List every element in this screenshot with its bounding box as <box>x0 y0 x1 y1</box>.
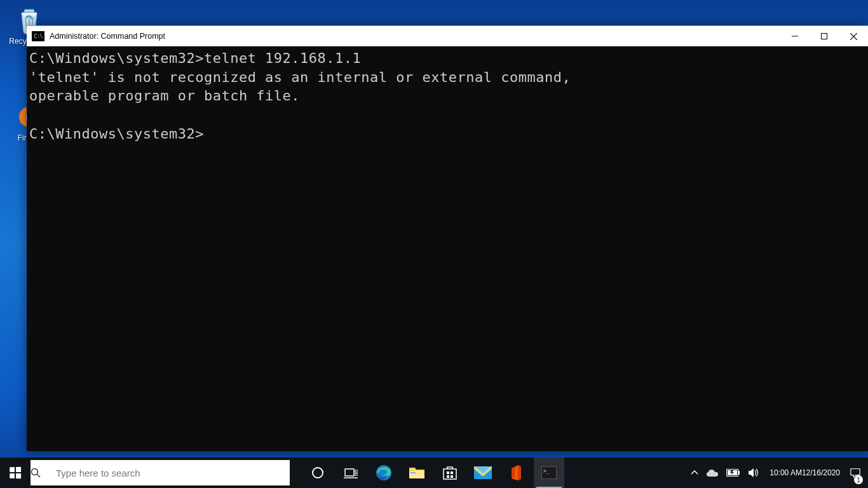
window-title: Administrator: Command Prompt <box>50 32 780 41</box>
taskbar-app-office[interactable] <box>501 458 531 488</box>
taskbar-app-cmd[interactable]: >_ <box>534 458 564 488</box>
cortana-icon <box>311 466 324 479</box>
system-tray: 10:00 AM 12/16/2020 1 <box>687 458 868 488</box>
minimize-button[interactable] <box>780 26 810 46</box>
tray-overflow-button[interactable] <box>687 458 702 488</box>
terminal-line: 'telnet' is not recognized as an interna… <box>29 69 571 85</box>
svg-point-7 <box>313 468 323 478</box>
file-explorer-icon <box>409 466 425 480</box>
edge-icon <box>376 464 392 481</box>
svg-rect-13 <box>409 471 424 478</box>
svg-rect-10 <box>355 470 358 472</box>
terminal-line: C:\Windows\system32>telnet 192.168.1.1 <box>29 50 361 66</box>
terminal-line: C:\Windows\system32> <box>29 126 204 142</box>
svg-rect-2 <box>822 34 827 39</box>
tray-volume[interactable] <box>744 458 763 488</box>
svg-rect-15 <box>444 469 456 479</box>
desktop[interactable]: Recycle Bin ↗ Firefox C:\ Administrator:… <box>0 0 868 488</box>
windows-logo-icon <box>10 467 21 478</box>
taskbar-search[interactable]: Type here to search <box>31 460 290 485</box>
svg-rect-18 <box>447 475 449 478</box>
svg-line-6 <box>37 475 41 478</box>
taskbar: Type here to search <box>0 458 868 488</box>
tray-battery[interactable] <box>722 458 744 488</box>
cmd-icon: >_ <box>541 466 557 479</box>
svg-rect-24 <box>738 471 740 475</box>
tray-onedrive[interactable] <box>702 458 722 488</box>
task-view-button[interactable] <box>336 458 366 488</box>
terminal-output[interactable]: C:\Windows\system32>telnet 192.168.1.1 '… <box>27 46 868 146</box>
window-controls <box>780 26 868 46</box>
svg-rect-17 <box>451 471 453 474</box>
cortana-button[interactable] <box>302 458 333 488</box>
taskbar-app-mail[interactable] <box>468 458 498 488</box>
battery-icon <box>726 469 740 477</box>
search-icon <box>31 468 56 478</box>
clock-date: 12/16/2020 <box>802 468 840 478</box>
titlebar[interactable]: C:\ Administrator: Command Prompt <box>27 26 868 46</box>
clock-time: 10:00 AM <box>770 468 802 478</box>
speaker-icon <box>748 468 759 478</box>
taskbar-app-file-explorer[interactable] <box>402 458 432 488</box>
svg-rect-16 <box>447 471 449 474</box>
cloud-icon <box>706 468 719 477</box>
microsoft-store-icon <box>442 465 458 480</box>
terminal-line: operable program or batch file. <box>29 88 300 104</box>
mail-icon <box>474 466 492 479</box>
close-button[interactable] <box>839 26 868 46</box>
svg-point-5 <box>32 469 38 475</box>
command-prompt-window: C:\ Administrator: Command Prompt C:\Win… <box>27 25 868 451</box>
chevron-up-icon <box>691 469 698 477</box>
search-placeholder: Type here to search <box>56 468 140 478</box>
action-center-button[interactable]: 1 <box>846 458 864 488</box>
svg-rect-19 <box>451 475 453 478</box>
svg-rect-11 <box>355 473 358 475</box>
taskbar-clock[interactable]: 10:00 AM 12/16/2020 <box>763 458 846 488</box>
svg-rect-8 <box>345 469 354 476</box>
svg-rect-14 <box>410 472 416 473</box>
notification-badge: 1 <box>854 475 863 484</box>
taskbar-pinned-apps: >_ <box>302 458 564 488</box>
maximize-button[interactable] <box>810 26 839 46</box>
taskbar-app-edge[interactable] <box>369 458 399 488</box>
svg-text:>_: >_ <box>543 468 550 474</box>
cmd-app-icon: C:\ <box>32 31 44 41</box>
office-icon <box>510 464 522 481</box>
taskbar-app-store[interactable] <box>435 458 465 488</box>
task-view-icon <box>344 467 358 478</box>
start-button[interactable] <box>0 458 31 488</box>
